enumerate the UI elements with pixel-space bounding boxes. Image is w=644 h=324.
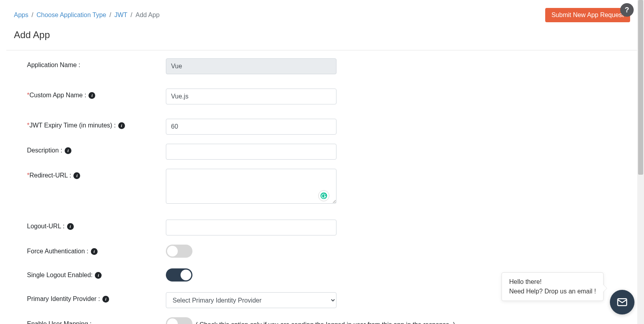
scrollbar-thumb[interactable] bbox=[638, 0, 643, 175]
breadcrumb-current: Add App bbox=[136, 12, 160, 19]
breadcrumb-separator: / bbox=[31, 12, 33, 19]
redirect-url-textarea[interactable] bbox=[166, 169, 336, 204]
redirect-url-label: *Redirect-URL : i bbox=[27, 169, 166, 179]
breadcrumb-choose-app-type[interactable]: Choose Application Type bbox=[37, 12, 106, 19]
mail-fab-button[interactable] bbox=[610, 290, 634, 314]
force-authentication-label: Force Authentication : i bbox=[27, 245, 166, 255]
custom-app-name-input[interactable] bbox=[166, 89, 336, 104]
page-title: Add App bbox=[0, 22, 644, 50]
application-name-input bbox=[166, 58, 336, 74]
jwt-expiry-input[interactable] bbox=[166, 119, 336, 135]
single-logout-toggle[interactable] bbox=[166, 268, 192, 282]
breadcrumb: Apps / Choose Application Type / JWT / A… bbox=[14, 12, 160, 19]
help-icon[interactable]: ? bbox=[620, 3, 634, 17]
breadcrumb-separator: / bbox=[110, 12, 111, 19]
breadcrumb-apps[interactable]: Apps bbox=[14, 12, 28, 19]
info-icon[interactable]: i bbox=[67, 223, 74, 230]
custom-app-name-label: *Custom App Name : i bbox=[27, 89, 166, 99]
info-icon[interactable]: i bbox=[65, 147, 71, 154]
description-label: Description : i bbox=[27, 144, 166, 154]
info-icon[interactable]: i bbox=[91, 248, 98, 255]
single-logout-label: Single Logout Enabled: i bbox=[27, 268, 166, 279]
user-mapping-hint: ( Check this option only if you are send… bbox=[196, 321, 455, 324]
logout-url-label: Logout-URL : i bbox=[27, 220, 166, 230]
jwt-expiry-label: *JWT Expiry Time (in minutes) : i bbox=[27, 119, 166, 129]
chat-line-1: Hello there! bbox=[509, 278, 596, 285]
grammarly-icon[interactable] bbox=[318, 190, 329, 201]
info-icon[interactable]: i bbox=[118, 122, 125, 129]
enable-user-mapping-toggle[interactable] bbox=[166, 317, 192, 324]
submit-new-app-request-button[interactable]: Submit New App Request bbox=[545, 8, 630, 22]
mail-icon bbox=[616, 296, 628, 308]
info-icon[interactable]: i bbox=[88, 92, 95, 99]
description-input[interactable] bbox=[166, 144, 336, 160]
enable-user-mapping-label: Enable User Mapping : bbox=[27, 317, 166, 324]
primary-idp-select[interactable]: Select Primary Identity Provider bbox=[166, 292, 336, 308]
primary-idp-label: Primary Identity Provider : i bbox=[27, 292, 166, 303]
scrollbar[interactable] bbox=[637, 0, 644, 324]
chat-help-bubble: Hello there! Need Help? Drop us an email… bbox=[502, 272, 604, 301]
info-icon[interactable]: i bbox=[102, 296, 109, 303]
info-icon[interactable]: i bbox=[73, 172, 80, 179]
breadcrumb-separator: / bbox=[131, 12, 132, 19]
chat-line-2: Need Help? Drop us an email ! bbox=[509, 288, 596, 295]
logout-url-input[interactable] bbox=[166, 220, 336, 235]
info-icon[interactable]: i bbox=[95, 272, 102, 279]
application-name-label: Application Name : bbox=[27, 58, 166, 69]
breadcrumb-jwt[interactable]: JWT bbox=[114, 12, 127, 19]
force-authentication-toggle[interactable] bbox=[166, 245, 192, 258]
